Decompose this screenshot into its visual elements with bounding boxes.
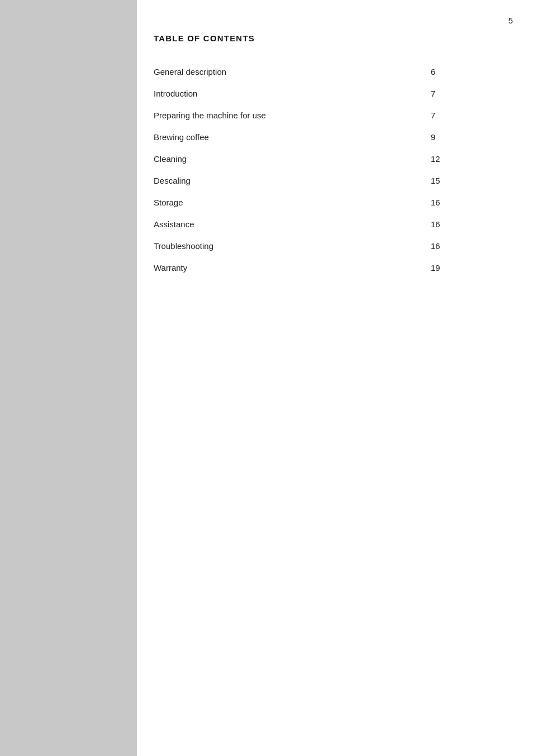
toc-row: Storage16	[154, 192, 500, 213]
content-area: TABLE OF CONTENTS General description6In…	[154, 34, 500, 279]
toc-table: General description6Introduction7Prepari…	[154, 61, 500, 279]
toc-item-page: 16	[431, 213, 500, 235]
toc-item-page: 7	[431, 83, 500, 104]
toc-item-page: 7	[431, 104, 500, 126]
toc-item-page: 19	[431, 257, 500, 279]
toc-item-page: 9	[431, 126, 500, 148]
toc-item-label: Preparing the machine for use	[154, 104, 431, 126]
toc-row: Preparing the machine for use7	[154, 104, 500, 126]
toc-item-page: 6	[431, 61, 500, 83]
toc-item-label: Warranty	[154, 257, 431, 279]
toc-row: Cleaning12	[154, 148, 500, 170]
toc-item-page: 16	[431, 192, 500, 213]
toc-row: Warranty19	[154, 257, 500, 279]
toc-row: Assistance16	[154, 213, 500, 235]
toc-item-page: 15	[431, 170, 500, 192]
toc-row: Descaling15	[154, 170, 500, 192]
toc-item-label: Cleaning	[154, 148, 431, 170]
toc-item-label: Brewing coffee	[154, 126, 431, 148]
toc-item-label: Troubleshooting	[154, 235, 431, 257]
toc-item-label: Assistance	[154, 213, 431, 235]
toc-title: TABLE OF CONTENTS	[154, 34, 500, 43]
page-number: 5	[508, 16, 513, 25]
toc-row: Troubleshooting16	[154, 235, 500, 257]
toc-item-label: Descaling	[154, 170, 431, 192]
toc-row: Brewing coffee9	[154, 126, 500, 148]
sidebar	[0, 0, 137, 756]
toc-item-page: 12	[431, 148, 500, 170]
toc-item-label: General description	[154, 61, 431, 83]
toc-row: General description6	[154, 61, 500, 83]
toc-item-label: Storage	[154, 192, 431, 213]
toc-row: Introduction7	[154, 83, 500, 104]
toc-item-label: Introduction	[154, 83, 431, 104]
toc-item-page: 16	[431, 235, 500, 257]
